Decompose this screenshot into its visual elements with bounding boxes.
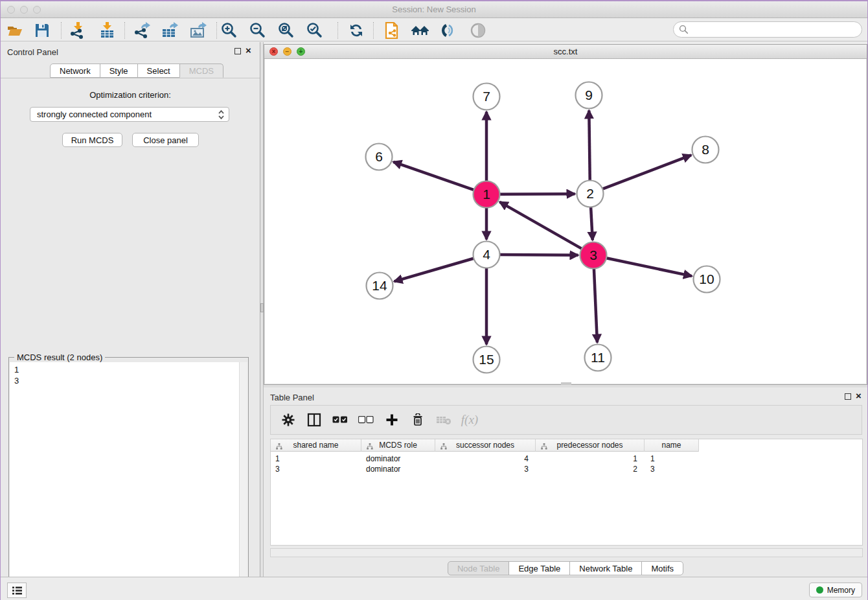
toolbar-separator xyxy=(337,22,338,39)
tab-style[interactable]: Style xyxy=(100,63,138,78)
cell-mcds-role[interactable]: dominator xyxy=(361,464,435,474)
open-session-icon[interactable] xyxy=(5,21,25,40)
toolbar-separator xyxy=(61,22,62,39)
search-icon xyxy=(679,25,689,34)
graph-edge-2-3[interactable] xyxy=(591,207,593,240)
export-network-icon[interactable] xyxy=(132,21,152,40)
toolbar-separator xyxy=(124,22,125,39)
import-table-icon[interactable] xyxy=(98,21,117,40)
deselect-all-columns-icon[interactable] xyxy=(358,411,374,428)
graph-node-label-2: 2 xyxy=(586,186,594,201)
column-header-predecessor-nodes[interactable]: predecessor nodes xyxy=(536,439,645,452)
network-window-title: scc.txt xyxy=(264,47,867,56)
graph-node-label-3: 3 xyxy=(589,248,597,262)
run-mcds-button[interactable]: Run MCDS xyxy=(62,133,122,147)
label-painter-icon[interactable] xyxy=(439,21,458,40)
criterion-value: strongly connected component xyxy=(37,110,152,119)
column-header-successor-nodes[interactable]: successor nodes xyxy=(435,439,536,452)
zoom-in-icon[interactable] xyxy=(220,21,239,40)
select-all-columns-icon[interactable] xyxy=(332,411,348,428)
table-row[interactable]: 3 dominator 3 2 3 xyxy=(271,464,699,474)
result-item[interactable]: 1 xyxy=(14,364,19,375)
cell-predecessor-nodes[interactable]: 1 xyxy=(536,454,645,464)
table-header-row: shared name MCDS role successor nodes pr… xyxy=(271,439,699,452)
table-options-gear-icon[interactable] xyxy=(280,411,297,428)
export-table-icon[interactable] xyxy=(160,21,179,40)
home-icon[interactable] xyxy=(411,21,430,40)
list-icon xyxy=(12,586,23,595)
task-history-button[interactable] xyxy=(7,583,27,598)
tab-node-table[interactable]: Node Table xyxy=(448,561,510,575)
show-column-panel-icon[interactable] xyxy=(306,411,323,428)
main-toolbar xyxy=(1,18,867,41)
table-horizontal-scrollbar[interactable] xyxy=(270,548,863,557)
close-panel-button[interactable]: Close panel xyxy=(132,133,199,147)
graph-edge-1-6[interactable] xyxy=(393,162,474,190)
attribute-tree-icon xyxy=(440,443,447,452)
graph-node-label-10: 10 xyxy=(699,271,714,286)
cell-name[interactable]: 3 xyxy=(645,464,699,474)
table-tabs: Node Table Edge Table Network Table Moti… xyxy=(264,561,867,575)
delete-column-trash-icon[interactable] xyxy=(409,411,426,428)
float-panel-icon[interactable] xyxy=(845,393,851,400)
close-panel-icon[interactable]: × xyxy=(856,390,862,402)
close-panel-icon[interactable]: × xyxy=(246,45,251,56)
status-bar: Memory xyxy=(1,577,867,600)
cell-mcds-role[interactable]: dominator xyxy=(361,454,435,464)
graph-node-label-11: 11 xyxy=(591,350,605,365)
tab-mcds[interactable]: MCDS xyxy=(179,63,223,78)
cybrowser-icon[interactable] xyxy=(382,21,402,40)
result-scrollbar[interactable] xyxy=(239,362,247,600)
network-canvas[interactable]: 7968124314101511 xyxy=(265,59,866,384)
column-header-mcds-role[interactable]: MCDS role xyxy=(361,439,435,452)
column-header-name[interactable]: name xyxy=(645,439,699,452)
memory-button[interactable]: Memory xyxy=(809,583,862,597)
memory-label: Memory xyxy=(827,586,855,595)
attribute-tree-icon xyxy=(276,443,282,452)
table-panel: Table Panel × xyxy=(264,387,867,577)
import-network-icon[interactable] xyxy=(68,21,87,40)
cell-predecessor-nodes[interactable]: 2 xyxy=(536,464,645,474)
search-input[interactable] xyxy=(689,25,851,34)
search-box[interactable] xyxy=(673,21,862,38)
graph-node-label-9: 9 xyxy=(585,87,593,102)
create-column-icon[interactable] xyxy=(383,411,400,428)
graph-edge-1-2[interactable] xyxy=(499,194,575,194)
toolbar-separator xyxy=(373,22,374,39)
refresh-icon[interactable] xyxy=(347,21,366,40)
float-panel-icon[interactable] xyxy=(234,48,241,54)
cell-successor-nodes[interactable]: 3 xyxy=(435,464,536,474)
graph-edge-3-10[interactable] xyxy=(606,258,692,276)
zoom-out-icon[interactable] xyxy=(248,21,268,40)
tab-network-table[interactable]: Network Table xyxy=(569,561,642,575)
tab-edge-table[interactable]: Edge Table xyxy=(508,561,570,575)
cell-successor-nodes[interactable]: 4 xyxy=(435,454,536,464)
criterion-dropdown[interactable]: strongly connected component xyxy=(30,107,229,122)
graph-edge-3-11[interactable] xyxy=(594,268,597,342)
cell-name[interactable]: 1 xyxy=(645,454,699,464)
mcds-panel-body: Optimization criterion: strongly connect… xyxy=(1,78,260,577)
cell-shared-name[interactable]: 3 xyxy=(271,464,361,474)
control-panel: Control Panel × Network Style Select MCD… xyxy=(1,42,260,577)
graph-edge-3-1[interactable] xyxy=(499,202,582,249)
node-table[interactable]: shared name MCDS role successor nodes pr… xyxy=(270,439,863,546)
network-window-titlebar[interactable]: × − + scc.txt xyxy=(264,45,867,59)
tab-select[interactable]: Select xyxy=(137,63,180,78)
graph-edge-2-9[interactable] xyxy=(589,110,589,180)
zoom-fit-icon[interactable] xyxy=(277,21,296,40)
tab-network[interactable]: Network xyxy=(50,63,100,78)
column-header-shared-name[interactable]: shared name xyxy=(271,439,361,452)
cell-shared-name[interactable]: 1 xyxy=(271,454,361,464)
table-row[interactable]: 1 dominator 4 1 1 xyxy=(271,454,699,464)
mcds-result-list[interactable]: 1 3 xyxy=(10,362,247,600)
tab-motifs[interactable]: Motifs xyxy=(641,561,683,575)
attribute-tree-icon xyxy=(367,443,373,452)
save-session-icon[interactable] xyxy=(32,21,52,40)
graph-edge-2-8[interactable] xyxy=(602,155,691,189)
zoom-selected-icon[interactable] xyxy=(305,21,325,40)
result-item[interactable]: 3 xyxy=(14,375,19,386)
graph-edge-4-3[interactable] xyxy=(499,255,578,255)
export-image-icon[interactable] xyxy=(188,21,208,40)
graph-node-label-15: 15 xyxy=(479,352,494,367)
graph-edge-4-14[interactable] xyxy=(394,259,474,282)
